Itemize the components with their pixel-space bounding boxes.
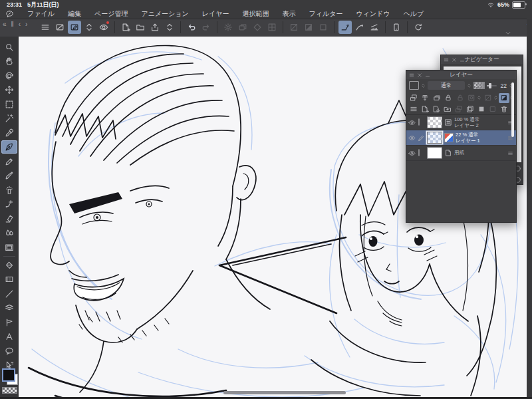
menu-表示[interactable]: 表示 bbox=[276, 9, 303, 19]
lock-transparent-icon[interactable] bbox=[455, 93, 466, 103]
snap-angle-icon[interactable] bbox=[338, 21, 352, 34]
collapse-left-icon[interactable]: « bbox=[1, 21, 8, 28]
menu-ヘルプ[interactable]: ヘルプ bbox=[397, 9, 431, 19]
menu-アニメーション[interactable]: アニメーション bbox=[134, 9, 195, 19]
move-tool[interactable] bbox=[1, 83, 17, 96]
deselect-icon[interactable] bbox=[287, 21, 301, 34]
snap-curve-icon[interactable] bbox=[353, 21, 366, 34]
figure-tool[interactable] bbox=[1, 287, 17, 301]
updown-chevrons-icon[interactable] bbox=[82, 21, 96, 34]
snap-ruler-icon[interactable] bbox=[368, 21, 381, 34]
select-source-icon[interactable] bbox=[466, 93, 477, 103]
invert-selection-icon[interactable] bbox=[302, 21, 315, 34]
layer-row[interactable]: 22 % 通常レイヤー 1 bbox=[406, 130, 516, 146]
eraser-tool[interactable] bbox=[1, 212, 17, 225]
new-layer-icon[interactable] bbox=[420, 104, 430, 114]
editing-pencil-icon[interactable] bbox=[418, 134, 425, 142]
pen-tool[interactable] bbox=[1, 140, 17, 154]
transfer-icon[interactable] bbox=[454, 104, 464, 114]
layer-thumbnail[interactable] bbox=[427, 147, 442, 159]
edit-panel-icon[interactable] bbox=[68, 21, 81, 34]
menu-選択範囲[interactable]: 選択範囲 bbox=[236, 9, 276, 19]
chevron-down-icon[interactable] bbox=[504, 30, 512, 37]
divider-handle-icon[interactable]: ‖ bbox=[10, 21, 15, 28]
draft-layer-icon[interactable] bbox=[483, 93, 493, 103]
lock-layer-icon[interactable] bbox=[443, 93, 454, 103]
layer-checkbox[interactable] bbox=[418, 119, 425, 126]
menu-ページ管理[interactable]: ページ管理 bbox=[88, 9, 134, 19]
auto-select-tool[interactable] bbox=[1, 112, 17, 125]
palette-color-icon[interactable] bbox=[409, 81, 419, 90]
stepper-chevrons-icon[interactable] bbox=[421, 82, 426, 90]
main-color-swatch[interactable] bbox=[2, 368, 15, 382]
select-options-icon[interactable] bbox=[221, 21, 235, 34]
menu-ウィンドウ[interactable]: ウィンドウ bbox=[349, 9, 396, 19]
new-folder-icon[interactable] bbox=[442, 104, 453, 114]
chevron-right-icon[interactable]: › bbox=[24, 21, 29, 28]
text-tool[interactable] bbox=[1, 330, 17, 343]
layer-color-icon[interactable] bbox=[499, 93, 509, 103]
reference-layer-icon[interactable] bbox=[432, 93, 442, 103]
close-icon[interactable] bbox=[417, 72, 422, 78]
minimize-icon[interactable] bbox=[425, 72, 430, 78]
menu-レイヤー[interactable]: レイヤー bbox=[196, 9, 236, 19]
diamond-select-icon[interactable] bbox=[251, 21, 264, 34]
new-correction-layer-icon[interactable] bbox=[431, 104, 442, 114]
clip-studio-logo[interactable] bbox=[5, 10, 14, 18]
blend-tool[interactable] bbox=[1, 226, 17, 239]
layer-mask-icon[interactable] bbox=[487, 104, 498, 114]
close-icon[interactable] bbox=[452, 57, 457, 63]
blend-chevrons-icon[interactable] bbox=[467, 82, 471, 90]
layer-panel-header[interactable]: レイヤー bbox=[406, 70, 516, 79]
decoration-tool[interactable] bbox=[1, 198, 17, 211]
zoom-tool[interactable] bbox=[1, 41, 17, 54]
export-icon[interactable] bbox=[148, 21, 162, 34]
comic-panel-tool[interactable] bbox=[1, 301, 17, 315]
layers-stack-icon[interactable] bbox=[236, 21, 249, 34]
home-indicator[interactable] bbox=[223, 391, 346, 394]
opacity-slider[interactable] bbox=[487, 85, 497, 86]
brush-tool[interactable] bbox=[1, 169, 17, 182]
merge-down-icon[interactable] bbox=[476, 104, 487, 114]
layer-thumbnail[interactable] bbox=[427, 116, 442, 128]
menu-ファイル[interactable]: ファイル bbox=[21, 9, 61, 19]
frame-border-tool[interactable] bbox=[1, 241, 17, 254]
ruler-tool[interactable] bbox=[1, 316, 17, 329]
undo-icon[interactable] bbox=[185, 21, 198, 34]
gradient-tool[interactable] bbox=[1, 273, 17, 286]
redo-icon[interactable] bbox=[200, 21, 213, 34]
delete-layer-icon[interactable] bbox=[499, 104, 509, 114]
navigator-header[interactable]: ナビゲーター bbox=[441, 55, 523, 64]
fill-tool[interactable] bbox=[1, 259, 17, 272]
new-page-icon[interactable] bbox=[119, 21, 132, 34]
menu-icon[interactable] bbox=[444, 57, 449, 63]
updown-chevrons-icon[interactable] bbox=[163, 21, 176, 34]
balloon-tool[interactable] bbox=[1, 344, 17, 358]
panel-menu-icon[interactable] bbox=[408, 104, 419, 114]
companion-mode-icon[interactable] bbox=[390, 21, 403, 34]
menu-編集[interactable]: 編集 bbox=[61, 9, 88, 19]
rotate-view-tool[interactable] bbox=[1, 69, 17, 82]
chevron-left-icon[interactable]: ‹ bbox=[17, 21, 22, 28]
layer-row[interactable]: 100 % 通常レイヤー 2 bbox=[406, 115, 516, 130]
layer-checkbox[interactable] bbox=[418, 150, 425, 157]
layer-row[interactable]: 用紙 bbox=[406, 146, 516, 161]
transfer-down-icon[interactable] bbox=[408, 93, 419, 103]
layer-scrollbar[interactable] bbox=[511, 82, 514, 137]
hand-tool[interactable] bbox=[1, 55, 17, 68]
airbrush-tool[interactable] bbox=[1, 184, 17, 197]
menu-icon[interactable] bbox=[409, 72, 414, 78]
layer-thumbnail[interactable] bbox=[427, 132, 442, 144]
interface-visibility-icon[interactable] bbox=[97, 21, 110, 34]
screen-split-icon[interactable] bbox=[53, 21, 66, 34]
duplicate-layer-icon[interactable] bbox=[465, 104, 475, 114]
clip-to-layer-icon[interactable] bbox=[420, 93, 430, 103]
grid-icon[interactable] bbox=[265, 21, 279, 34]
open-folder-icon[interactable] bbox=[134, 21, 147, 34]
selection-box-icon[interactable] bbox=[317, 21, 330, 34]
minimize-icon[interactable] bbox=[460, 57, 465, 63]
menu-フィルター[interactable]: フィルター bbox=[303, 9, 350, 19]
menu-icon[interactable] bbox=[39, 21, 52, 34]
eyedropper-tool[interactable] bbox=[1, 126, 17, 140]
selection-tool[interactable] bbox=[1, 98, 17, 111]
